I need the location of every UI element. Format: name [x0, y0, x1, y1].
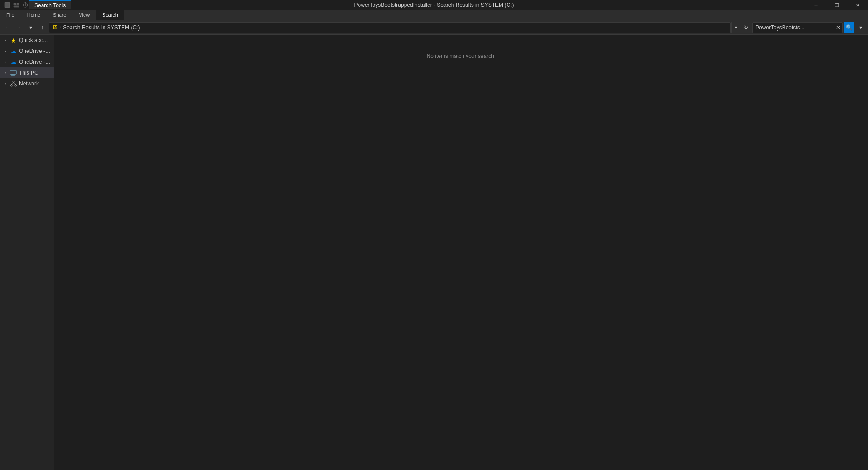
svg-point-12	[13, 81, 14, 83]
dropdown-icon: ▾	[29, 24, 32, 31]
navigation-bar: ← → ▾ ↑ 🖥 › Search Results in SYSTEM (C:…	[0, 20, 868, 35]
quick-access-icon[interactable]	[13, 1, 20, 9]
search-bar[interactable]: ✕	[752, 22, 843, 33]
refresh-icon: ↻	[744, 24, 748, 31]
svg-rect-1	[5, 4, 9, 4]
back-icon: ←	[5, 24, 10, 31]
main-container: › ★ Quick access › ☁ OneDrive - Georgia …	[0, 35, 868, 470]
sidebar-item-onedrive-personal[interactable]: › ☁ OneDrive - Personal	[0, 57, 54, 67]
address-dropdown-button[interactable]: ▾	[731, 22, 740, 33]
onedrive-georgia-icon: ☁	[10, 47, 17, 55]
expand-button[interactable]: ▾	[855, 22, 866, 33]
quick-access-chevron-icon: ›	[3, 38, 8, 43]
clear-icon: ✕	[836, 24, 840, 31]
refresh-button[interactable]: ↻	[741, 22, 751, 33]
expand-icon: ▾	[859, 24, 862, 31]
svg-rect-6	[14, 6, 19, 7]
restore-button[interactable]: ❐	[826, 0, 847, 10]
svg-rect-2	[5, 5, 9, 5]
svg-line-16	[14, 83, 16, 85]
minimize-button[interactable]: ─	[806, 0, 826, 10]
sidebar-item-this-pc[interactable]: › This PC	[0, 67, 54, 78]
address-bar[interactable]: 🖥 › Search Results in SYSTEM (C:)	[49, 22, 731, 33]
ribbon-tabs: File Home Share View Search	[0, 10, 868, 20]
search-clear-button[interactable]: ✕	[834, 22, 842, 33]
dropdown-button[interactable]: ▾	[25, 22, 36, 33]
onedrive-georgia-label: OneDrive - Georgia In	[19, 48, 51, 54]
search-input[interactable]	[753, 24, 834, 31]
forward-button[interactable]: →	[14, 22, 24, 33]
sidebar: › ★ Quick access › ☁ OneDrive - Georgia …	[0, 35, 54, 470]
forward-icon: →	[16, 24, 22, 31]
address-separator: ›	[60, 25, 61, 30]
no-results-message: No items match your search.	[427, 53, 496, 59]
svg-rect-9	[10, 70, 16, 74]
sidebar-item-network[interactable]: › Network	[0, 78, 54, 89]
svg-point-14	[15, 85, 17, 86]
onedrive-personal-label: OneDrive - Personal	[19, 59, 51, 65]
search-go-icon: 🔍	[846, 24, 853, 31]
svg-text:i: i	[25, 2, 26, 8]
this-pc-chevron-icon: ›	[3, 70, 8, 76]
window-controls: ─ ❐ ✕	[806, 0, 868, 10]
properties-icon[interactable]: i	[22, 1, 29, 9]
window-title: PowerToysBootstrappedInstaller - Search …	[0, 2, 868, 8]
svg-rect-4	[14, 3, 16, 5]
onedrive-georgia-chevron-icon: ›	[3, 48, 8, 54]
back-button[interactable]: ←	[2, 22, 13, 33]
tab-file[interactable]: File	[0, 10, 21, 20]
ribbon: File Home Share View Search	[0, 10, 868, 20]
title-bar: i Search Tools PowerToysBootstrappedInst…	[0, 0, 868, 10]
tab-search[interactable]: Search	[96, 10, 124, 20]
title-bar-icons: i	[4, 1, 29, 9]
tab-share[interactable]: Share	[47, 10, 72, 20]
svg-line-15	[11, 83, 14, 85]
close-button[interactable]: ✕	[847, 0, 868, 10]
up-icon: ↑	[41, 24, 44, 31]
sidebar-item-quick-access[interactable]: › ★ Quick access	[0, 35, 54, 46]
up-button[interactable]: ↑	[37, 22, 48, 33]
network-icon	[10, 80, 17, 87]
tab-view[interactable]: View	[72, 10, 96, 20]
search-go-button[interactable]: 🔍	[844, 22, 854, 33]
svg-rect-3	[5, 6, 8, 6]
search-tools-tab[interactable]: Search Tools	[29, 0, 71, 9]
svg-rect-5	[17, 3, 19, 5]
this-pc-label: This PC	[19, 70, 38, 76]
address-chevron-icon: ▾	[735, 24, 737, 31]
content-area: No items match your search.	[54, 35, 868, 470]
tab-home[interactable]: Home	[21, 10, 47, 20]
network-chevron-icon: ›	[3, 81, 8, 86]
quick-access-icon: ★	[10, 37, 17, 44]
sidebar-item-onedrive-georgia[interactable]: › ☁ OneDrive - Georgia In	[0, 46, 54, 57]
address-folder-icon: 🖥	[52, 24, 58, 31]
address-path: Search Results in SYSTEM (C:)	[63, 24, 140, 31]
network-label: Network	[19, 81, 39, 87]
system-icon[interactable]	[4, 1, 11, 9]
onedrive-personal-icon: ☁	[10, 58, 17, 66]
onedrive-personal-chevron-icon: ›	[3, 59, 8, 65]
quick-access-label: Quick access	[19, 37, 51, 43]
svg-point-13	[10, 85, 12, 86]
this-pc-icon	[10, 69, 17, 76]
